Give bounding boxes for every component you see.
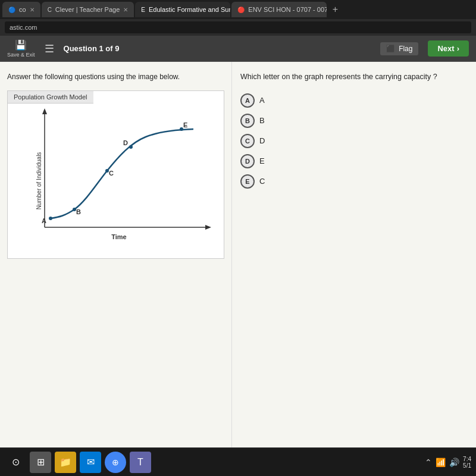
tab-clever-icon: C	[48, 7, 52, 13]
svg-text:Time: Time	[111, 233, 126, 240]
left-panel: Answer the following questions using the…	[0, 62, 232, 447]
system-volume-icon: 🔊	[449, 458, 459, 467]
option-c-label: D	[259, 136, 265, 145]
tab-env-label: ENV SCI HON - 0707 - 007 - SI	[248, 6, 327, 13]
tab-co-label: co	[19, 6, 26, 13]
tab-co[interactable]: 🔵 co ✕	[2, 2, 40, 17]
system-wifi-icon: 📶	[436, 458, 446, 467]
svg-point-10	[129, 145, 133, 149]
main-content: Answer the following questions using the…	[0, 62, 476, 447]
svg-text:B: B	[76, 208, 81, 215]
option-e-label: C	[259, 177, 265, 186]
tab-env[interactable]: 🔴 ENV SCI HON - 0707 - 007 - SI ✕	[231, 2, 327, 17]
next-label: Next	[437, 44, 454, 53]
graph-area: Number of Individuals A	[8, 104, 224, 258]
save-exit-label: Save & Exit	[7, 52, 35, 58]
tab-env-icon: 🔴	[237, 7, 245, 13]
flag-button[interactable]: ⬛ Flag	[380, 42, 418, 55]
browser-chrome: 🔵 co ✕ C Clever | Teacher Page ✕ E Edula…	[0, 0, 476, 36]
tab-clever[interactable]: C Clever | Teacher Page ✕	[42, 2, 134, 17]
tab-clever-label: Clever | Teacher Page	[55, 6, 120, 13]
next-button[interactable]: Next ›	[428, 40, 469, 57]
question-counter: Question 1 of 9	[64, 44, 371, 53]
option-b-circle: B	[240, 114, 255, 128]
option-c[interactable]: C D	[240, 134, 468, 148]
option-e[interactable]: E C	[240, 174, 468, 189]
option-a-label: A	[259, 96, 265, 105]
question-text: Which letter on the graph represents the…	[240, 71, 468, 83]
svg-marker-3	[42, 108, 47, 114]
flag-label: Flag	[399, 45, 412, 53]
answer-options: A A B B C D D E E C	[240, 93, 468, 189]
instruction-text: Answer the following questions using the…	[7, 71, 224, 82]
option-d-label: E	[259, 156, 265, 165]
right-panel: Which letter on the graph represents the…	[232, 62, 476, 447]
taskbar: ⊙ ⊞ 📁 ✉ ⊕ T ⌃ 📶 🔊 7:4 5/1	[0, 447, 476, 476]
option-a[interactable]: A A	[240, 93, 468, 108]
option-a-circle: A	[240, 93, 255, 108]
save-exit-icon: 💾	[15, 39, 27, 51]
y-axis-label: Number of Individuals	[36, 152, 42, 210]
taskbar-chrome-button[interactable]: ⊕	[105, 452, 126, 473]
tab-co-icon: 🔵	[8, 7, 15, 13]
option-d[interactable]: D E	[240, 154, 468, 168]
tab-bar: 🔵 co ✕ C Clever | Teacher Page ✕ E Edula…	[0, 0, 476, 19]
next-chevron-icon: ›	[457, 44, 459, 53]
flag-icon: ⬛	[386, 45, 395, 53]
option-d-circle: D	[240, 154, 255, 168]
option-b[interactable]: B B	[240, 114, 468, 128]
taskbar-search-button[interactable]: ⊙	[5, 452, 26, 473]
taskbar-time-display: 7:4	[463, 456, 471, 462]
svg-text:C: C	[109, 170, 114, 177]
app-toolbar: 💾 Save & Exit ☰ Question 1 of 9 ⬛ Flag N…	[0, 36, 476, 62]
svg-text:A: A	[42, 217, 46, 224]
svg-marker-2	[205, 225, 211, 230]
svg-text:D: D	[123, 139, 128, 146]
option-b-label: B	[259, 116, 265, 125]
address-input[interactable]	[5, 21, 471, 33]
tab-clever-close[interactable]: ✕	[123, 7, 128, 13]
tab-co-close[interactable]: ✕	[30, 7, 35, 13]
graph-container: Population Growth Model Number of Indivi…	[7, 90, 224, 259]
taskbar-folder-button[interactable]: 📁	[55, 452, 76, 473]
taskbar-file-button[interactable]: ⊞	[30, 452, 51, 473]
option-c-circle: C	[240, 134, 255, 148]
address-bar	[0, 19, 476, 36]
new-tab-button[interactable]: +	[328, 2, 342, 17]
menu-icon[interactable]: ☰	[45, 42, 54, 55]
taskbar-mail-button[interactable]: ✉	[80, 452, 101, 473]
taskbar-clock: 7:4 5/1	[463, 456, 471, 469]
option-e-circle: E	[240, 174, 255, 189]
taskbar-teams-button[interactable]: T	[130, 452, 151, 473]
taskbar-system-area: ⌃ 📶 🔊 7:4 5/1	[425, 456, 471, 469]
save-exit-button[interactable]: 💾 Save & Exit	[7, 39, 35, 58]
system-notification-icon[interactable]: ⌃	[425, 458, 432, 467]
tab-edulastic-label: Edulastic Formative and Sum	[149, 6, 230, 13]
tab-edulastic-icon: E	[141, 7, 145, 13]
svg-point-4	[49, 217, 52, 220]
taskbar-date-display: 5/1	[463, 462, 471, 469]
tab-edulastic[interactable]: E Edulastic Formative and Sum ✕	[135, 2, 230, 17]
population-graph: A B C D E Time	[27, 108, 217, 251]
graph-tab-label: Population Growth Model	[8, 91, 93, 104]
svg-text:E: E	[183, 121, 187, 129]
